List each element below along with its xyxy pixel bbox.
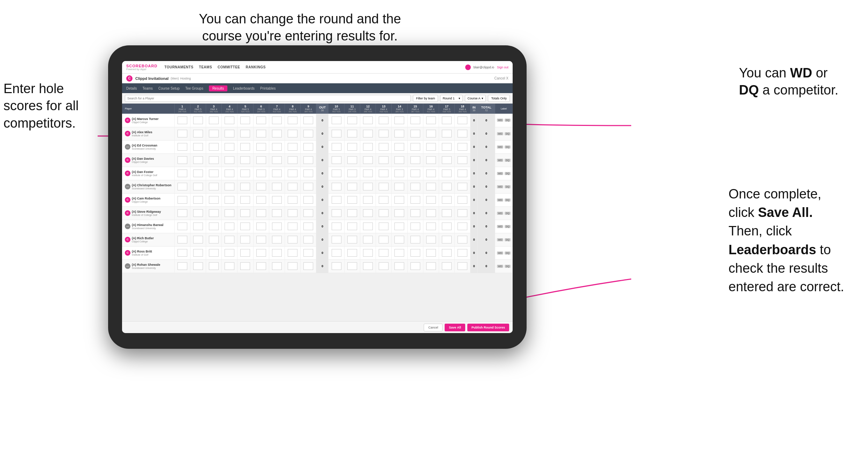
score-hole-17[interactable] (439, 220, 455, 233)
score-hole-18[interactable] (455, 167, 470, 180)
score-hole-17[interactable] (439, 180, 455, 193)
score-hole-13[interactable] (376, 206, 392, 220)
score-input-hole-3[interactable] (209, 209, 219, 217)
score-hole-4[interactable] (222, 140, 237, 153)
score-input-hole-15[interactable] (410, 249, 420, 257)
score-hole-2[interactable] (190, 220, 206, 233)
score-input-hole-1[interactable] (178, 209, 187, 217)
score-hole-13[interactable] (376, 127, 392, 140)
score-input-hole-15[interactable] (410, 209, 420, 217)
cancel-button[interactable]: Cancel (424, 324, 443, 331)
score-hole-18[interactable] (455, 220, 470, 233)
score-hole-4[interactable] (222, 246, 237, 259)
score-hole-4[interactable] (222, 193, 237, 206)
score-input-hole-17[interactable] (442, 130, 452, 137)
score-input-hole-4[interactable] (225, 116, 234, 124)
score-hole-3[interactable] (206, 114, 221, 127)
score-hole-13[interactable] (376, 259, 392, 273)
score-input-hole-5[interactable] (240, 170, 250, 177)
score-hole-5[interactable] (237, 140, 253, 153)
score-input-hole-15[interactable] (410, 196, 420, 204)
score-hole-3[interactable] (206, 220, 221, 233)
score-input-hole-16[interactable] (426, 236, 436, 243)
score-input-hole-17[interactable] (442, 156, 452, 164)
score-hole-2[interactable] (190, 206, 206, 220)
score-hole-1[interactable] (174, 180, 190, 193)
score-hole-18[interactable] (455, 246, 470, 259)
dq-button[interactable]: DQ (505, 172, 511, 175)
score-hole-9[interactable] (301, 193, 316, 206)
score-hole-4[interactable] (222, 114, 237, 127)
score-input-hole-1[interactable] (178, 262, 187, 270)
score-hole-17[interactable] (439, 193, 455, 206)
score-hole-11[interactable] (344, 140, 360, 153)
score-hole-2[interactable] (190, 233, 206, 246)
score-input-hole-14[interactable] (394, 209, 404, 217)
score-input-hole-12[interactable] (363, 183, 373, 190)
score-input-hole-17[interactable] (442, 196, 452, 204)
score-hole-9[interactable] (301, 206, 316, 220)
score-input-hole-8[interactable] (288, 116, 297, 124)
score-hole-15[interactable] (407, 140, 423, 153)
score-hole-2[interactable] (190, 153, 206, 167)
score-hole-2[interactable] (190, 114, 206, 127)
score-input-hole-5[interactable] (240, 196, 250, 204)
wd-button[interactable]: WD (497, 119, 503, 122)
score-input-hole-5[interactable] (240, 209, 250, 217)
score-input-hole-8[interactable] (288, 223, 297, 230)
score-hole-9[interactable] (301, 153, 316, 167)
search-input[interactable] (125, 95, 411, 102)
score-input-hole-15[interactable] (410, 130, 420, 137)
score-input-hole-9[interactable] (303, 236, 313, 243)
score-input-hole-2[interactable] (193, 236, 203, 243)
score-hole-13[interactable] (376, 233, 392, 246)
dq-button[interactable]: DQ (505, 132, 511, 135)
score-hole-10[interactable] (329, 127, 344, 140)
score-input-hole-18[interactable] (458, 183, 467, 190)
score-input-hole-15[interactable] (410, 236, 420, 243)
score-hole-8[interactable] (285, 193, 301, 206)
score-hole-18[interactable] (455, 193, 470, 206)
score-hole-8[interactable] (285, 180, 301, 193)
score-hole-1[interactable] (174, 220, 190, 233)
score-hole-18[interactable] (455, 259, 470, 273)
score-input-hole-10[interactable] (332, 249, 341, 257)
score-input-hole-7[interactable] (272, 223, 282, 230)
score-hole-5[interactable] (237, 114, 253, 127)
score-hole-7[interactable] (269, 180, 285, 193)
score-hole-10[interactable] (329, 220, 344, 233)
score-input-hole-13[interactable] (379, 262, 388, 270)
score-input-hole-6[interactable] (256, 262, 266, 270)
score-input-hole-6[interactable] (256, 170, 266, 177)
score-input-hole-10[interactable] (332, 130, 341, 137)
score-input-hole-13[interactable] (379, 143, 388, 151)
score-hole-5[interactable] (237, 246, 253, 259)
score-input-hole-7[interactable] (272, 143, 282, 151)
score-input-hole-5[interactable] (240, 183, 250, 190)
score-hole-6[interactable] (253, 127, 269, 140)
score-hole-14[interactable] (392, 114, 407, 127)
score-hole-8[interactable] (285, 140, 301, 153)
score-input-hole-12[interactable] (363, 209, 373, 217)
score-hole-2[interactable] (190, 127, 206, 140)
score-input-hole-15[interactable] (410, 223, 420, 230)
score-hole-18[interactable] (455, 127, 470, 140)
score-input-hole-11[interactable] (347, 262, 357, 270)
score-input-hole-2[interactable] (193, 130, 203, 137)
subnav-tee-groups[interactable]: Tee Groups (185, 86, 203, 90)
dq-button[interactable]: DQ (505, 145, 511, 149)
score-hole-18[interactable] (455, 140, 470, 153)
score-input-hole-13[interactable] (379, 130, 388, 137)
score-input-hole-8[interactable] (288, 262, 297, 270)
score-hole-12[interactable] (360, 246, 376, 259)
score-hole-5[interactable] (237, 259, 253, 273)
score-input-hole-1[interactable] (178, 223, 187, 230)
score-input-hole-6[interactable] (256, 223, 266, 230)
score-hole-16[interactable] (423, 153, 439, 167)
score-hole-12[interactable] (360, 206, 376, 220)
score-hole-13[interactable] (376, 153, 392, 167)
score-input-hole-11[interactable] (347, 170, 357, 177)
save-all-button[interactable]: Save All (445, 324, 465, 331)
score-hole-10[interactable] (329, 193, 344, 206)
score-input-hole-18[interactable] (458, 116, 467, 124)
